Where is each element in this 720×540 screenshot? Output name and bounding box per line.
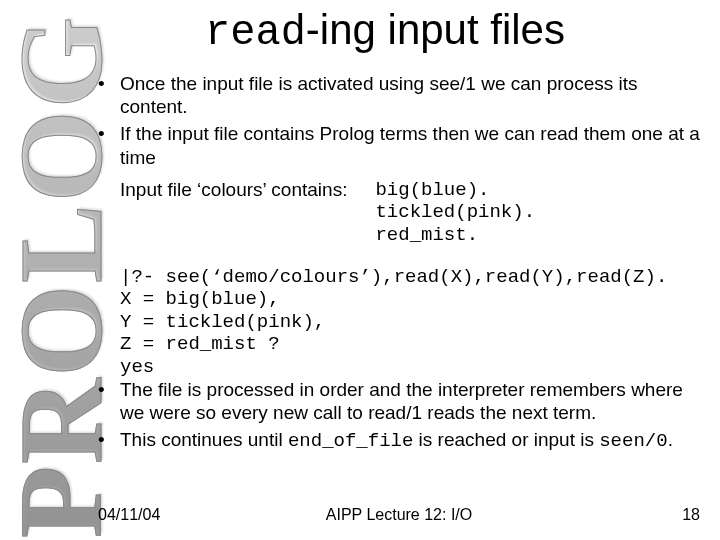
code-line: X = big(blue),	[120, 288, 280, 310]
bullet-item: If the input file contains Prolog terms …	[98, 122, 700, 168]
inline-code-end-of-file: end_of_file	[288, 430, 413, 452]
slide-footer: 04/11/04 AIPP Lecture 12: I/O 18	[98, 506, 700, 524]
footer-date: 04/11/04	[98, 506, 160, 524]
bullet-item: Once the input file is activated using s…	[98, 72, 700, 118]
code-line: Y = tickled(pink),	[120, 311, 325, 333]
bottom-bullet-list: The file is processed in order and the i…	[98, 378, 700, 454]
top-bullet-list: Once the input file is activated using s…	[98, 72, 700, 169]
code-line: tickled(pink).	[375, 201, 535, 223]
footer-lecture-title: AIPP Lecture 12: I/O	[98, 506, 700, 524]
title-mono-part: read	[205, 9, 306, 57]
bullet-item: The file is processed in order and the i…	[98, 378, 700, 424]
query-block: |?- see(‘demo/colours’),read(X),read(Y),…	[120, 266, 700, 378]
bullet-text-mid: is reached or input is	[413, 429, 599, 450]
input-file-row: Input file ‘colours’ contains: big(blue)…	[120, 179, 700, 246]
bullet-text-pre: This continues until	[120, 429, 288, 450]
code-line: yes	[120, 356, 154, 378]
input-file-label: Input file ‘colours’ contains:	[120, 179, 347, 201]
inline-code-seen: seen/0	[599, 430, 667, 452]
code-line: Z = red_mist ?	[120, 333, 280, 355]
slide: PROLOG read-ing input files Once the inp…	[0, 0, 720, 540]
code-line: red_mist.	[375, 224, 535, 246]
bullet-item: This continues until end_of_file is reac…	[98, 428, 700, 453]
input-file-contents: big(blue). tickled(pink). red_mist.	[375, 179, 535, 246]
slide-body: Once the input file is activated using s…	[98, 72, 700, 457]
title-rest: -ing input files	[306, 6, 565, 53]
slide-title: read-ing input files	[60, 6, 710, 57]
bullet-text-post: .	[668, 429, 673, 450]
footer-page-number: 18	[682, 506, 700, 524]
code-line: big(blue).	[375, 179, 535, 201]
bullet-text: The file is processed in order and the i…	[120, 379, 683, 423]
code-line: |?- see(‘demo/colours’),read(X),read(Y),…	[120, 266, 667, 288]
